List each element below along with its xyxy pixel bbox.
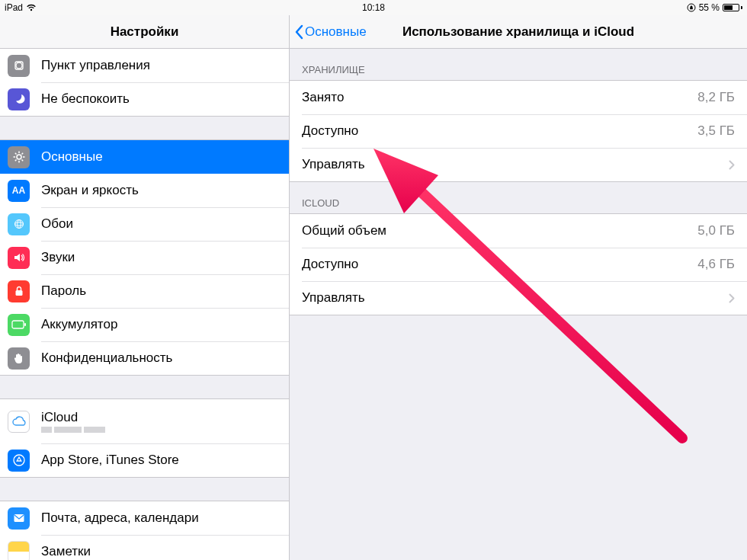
mail-icon bbox=[8, 507, 30, 530]
appstore-icon bbox=[8, 450, 30, 472]
status-right: 55 % bbox=[687, 2, 742, 13]
orientation-lock-icon bbox=[687, 3, 696, 12]
sidebar-item-stores[interactable]: App Store, iTunes Store bbox=[0, 443, 289, 477]
status-bar: iPad 10:18 55 % bbox=[0, 0, 747, 15]
icloud-section-header: ICLOUD bbox=[290, 182, 747, 213]
svg-point-3 bbox=[17, 155, 21, 159]
row-value: 8,2 ГБ bbox=[697, 90, 735, 105]
speaker-icon bbox=[8, 247, 30, 269]
sidebar-item-label: iCloud bbox=[41, 410, 105, 425]
hand-icon bbox=[8, 347, 30, 370]
sidebar-item-label: Не беспокоить bbox=[41, 91, 130, 107]
control-center-icon bbox=[8, 55, 30, 77]
svg-point-1 bbox=[16, 62, 22, 69]
sidebar-item-general[interactable]: Основные bbox=[0, 140, 289, 174]
sidebar-item-notes[interactable]: Заметки bbox=[0, 535, 289, 560]
sidebar-title: Настройки bbox=[0, 15, 289, 49]
sidebar-item-privacy[interactable]: Конфиденциальность bbox=[0, 341, 289, 375]
sidebar-item-label: Конфиденциальность bbox=[41, 350, 172, 366]
icloud-account-placeholder bbox=[41, 427, 105, 433]
sidebar-item-label: Основные bbox=[41, 149, 103, 165]
sidebar-item-dnd[interactable]: Не беспокоить bbox=[0, 82, 289, 116]
svg-rect-16 bbox=[12, 321, 24, 328]
chevron-right-icon bbox=[729, 293, 735, 303]
sidebar-item-label: Звуки bbox=[41, 250, 75, 265]
row-label: Занято bbox=[302, 90, 697, 105]
wallpaper-icon bbox=[8, 213, 30, 235]
sidebar-item-icloud[interactable]: iCloud bbox=[0, 399, 289, 443]
detail-title: Использование хранилища и iCloud bbox=[402, 24, 634, 40]
svg-point-14 bbox=[14, 222, 23, 226]
back-button[interactable]: Основные bbox=[290, 24, 367, 40]
storage-group: Занято 8,2 ГБ Доступно 3,5 ГБ Управлять bbox=[290, 80, 747, 182]
icloud-available-row: Доступно 4,6 ГБ bbox=[290, 248, 747, 281]
svg-line-11 bbox=[21, 153, 23, 155]
cloud-icon bbox=[8, 411, 30, 433]
device-label: iPad bbox=[5, 2, 23, 13]
back-label: Основные bbox=[305, 24, 367, 40]
sidebar-item-label: Аккумулятор bbox=[41, 317, 117, 332]
sidebar-item-wallpaper[interactable]: Обои bbox=[0, 207, 289, 241]
settings-sidebar: Настройки Пункт управления Не беспокоить bbox=[0, 15, 290, 560]
sidebar-item-label: Обои bbox=[41, 216, 73, 232]
icloud-total-row: Общий объем 5,0 ГБ bbox=[290, 214, 747, 248]
sidebar-item-mail[interactable]: Почта, адреса, календари bbox=[0, 501, 289, 535]
svg-point-13 bbox=[17, 220, 20, 229]
row-label: Общий объем bbox=[302, 223, 697, 238]
wifi-icon bbox=[26, 4, 37, 11]
svg-point-12 bbox=[14, 220, 23, 229]
detail-pane: Основные Использование хранилища и iClou… bbox=[290, 15, 747, 560]
battery-percent: 55 % bbox=[699, 2, 720, 13]
svg-line-10 bbox=[14, 160, 16, 162]
lock-icon bbox=[8, 280, 30, 302]
sidebar-item-display[interactable]: AA Экран и яркость bbox=[0, 174, 289, 207]
sidebar-item-sounds[interactable]: Звуки bbox=[0, 241, 289, 274]
svg-rect-15 bbox=[15, 290, 22, 296]
storage-used-row: Занято 8,2 ГБ bbox=[290, 81, 747, 114]
storage-section-header: ХРАНИЛИЩЕ bbox=[290, 49, 747, 80]
icloud-group: Общий объем 5,0 ГБ Доступно 4,6 ГБ Управ… bbox=[290, 213, 747, 315]
row-value: 3,5 ГБ bbox=[697, 123, 735, 139]
sidebar-item-label: Почта, адреса, календари bbox=[41, 510, 199, 526]
row-label: Доступно bbox=[302, 123, 697, 139]
battery-icon bbox=[723, 4, 742, 11]
display-brightness-icon: AA bbox=[8, 180, 30, 202]
sidebar-item-control-center[interactable]: Пункт управления bbox=[0, 49, 289, 82]
gear-icon bbox=[8, 146, 30, 168]
sidebar-item-label: Заметки bbox=[41, 544, 91, 559]
storage-manage-row[interactable]: Управлять bbox=[290, 148, 747, 181]
sidebar-item-label: Экран и яркость bbox=[41, 183, 139, 198]
svg-rect-17 bbox=[24, 323, 26, 326]
sidebar-item-label: App Store, iTunes Store bbox=[41, 453, 179, 468]
row-value: 5,0 ГБ bbox=[697, 223, 735, 238]
status-time: 10:18 bbox=[362, 2, 385, 13]
status-left: iPad bbox=[5, 2, 37, 13]
detail-nav: Основные Использование хранилища и iClou… bbox=[290, 15, 747, 49]
notes-icon bbox=[8, 541, 30, 561]
battery-icon bbox=[8, 314, 30, 336]
chevron-left-icon bbox=[294, 24, 303, 40]
chevron-right-icon bbox=[729, 160, 735, 170]
row-label: Управлять bbox=[302, 290, 723, 306]
icloud-manage-row[interactable]: Управлять bbox=[290, 281, 747, 315]
sidebar-item-label: Пароль bbox=[41, 283, 86, 299]
row-label: Управлять bbox=[302, 157, 723, 172]
svg-line-8 bbox=[14, 153, 16, 155]
storage-available-row: Доступно 3,5 ГБ bbox=[290, 114, 747, 148]
moon-icon bbox=[8, 88, 30, 110]
sidebar-item-label: Пункт управления bbox=[41, 58, 150, 73]
row-value: 4,6 ГБ bbox=[697, 257, 735, 272]
sidebar-item-passcode[interactable]: Пароль bbox=[0, 274, 289, 308]
svg-line-9 bbox=[21, 160, 23, 162]
row-label: Доступно bbox=[302, 257, 697, 272]
sidebar-item-battery[interactable]: Аккумулятор bbox=[0, 308, 289, 341]
